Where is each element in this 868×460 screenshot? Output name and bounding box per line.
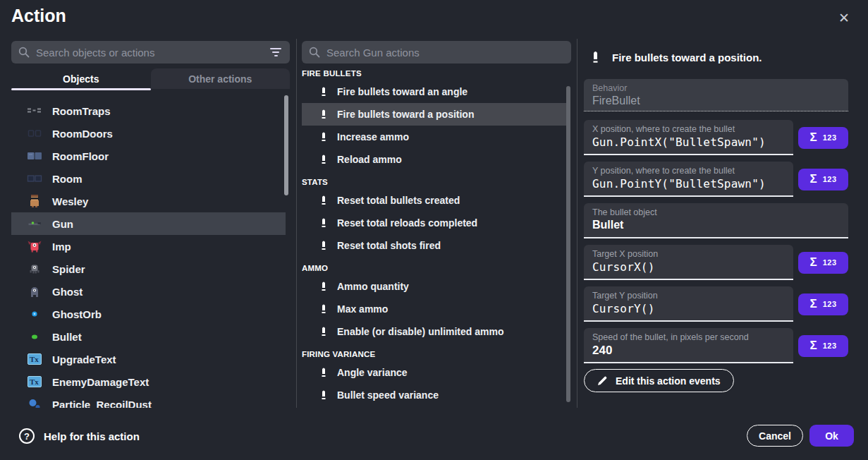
list-item-particle-recoildust[interactable]: Particle_RecoilDust xyxy=(11,393,286,408)
bullet-action-icon xyxy=(591,50,600,65)
bullet-action-icon xyxy=(320,389,327,401)
imp-icon xyxy=(27,238,42,254)
list-item-roomfloor[interactable]: RoomFloor xyxy=(11,145,286,167)
objects-search-box[interactable] xyxy=(11,41,290,63)
bullet-action-icon xyxy=(320,367,327,379)
action-item[interactable]: Reset total bullets created xyxy=(302,189,566,212)
expression-editor-button[interactable]: Σ 123 xyxy=(798,127,848,149)
param-field-speed[interactable]: Speed of the bullet, in pixels per secon… xyxy=(584,328,793,363)
bullet-action-icon xyxy=(320,195,327,207)
filter-icon[interactable] xyxy=(269,48,283,56)
ok-button[interactable]: Ok xyxy=(809,425,854,447)
expression-editor-button[interactable]: Σ 123 xyxy=(798,335,848,357)
ghostorb-icon xyxy=(27,306,42,322)
help-link[interactable]: ? Help for this action xyxy=(19,426,140,446)
actions-search-box[interactable] xyxy=(302,41,571,63)
pencil-icon xyxy=(597,375,608,386)
group-header: STATS xyxy=(302,178,566,186)
action-item[interactable]: Max ammo xyxy=(302,298,566,320)
action-item[interactable]: Reset total shots fired xyxy=(302,234,566,257)
panel-divider xyxy=(296,39,297,408)
group-header: AMMO xyxy=(302,264,566,272)
bullet-action-icon xyxy=(320,303,327,315)
bullet-action-icon xyxy=(320,240,327,252)
tab-other-actions[interactable]: Other actions xyxy=(151,68,291,89)
cancel-button[interactable]: Cancel xyxy=(747,425,803,447)
list-item-room[interactable]: Room xyxy=(11,167,286,190)
tab-objects[interactable]: Objects xyxy=(11,68,151,89)
list-item-ghost[interactable]: Ghost xyxy=(11,280,286,303)
active-tab-underline xyxy=(11,88,151,90)
particle-icon xyxy=(27,397,42,408)
objects-list-scrollbar[interactable] xyxy=(284,95,288,195)
spider-icon xyxy=(27,261,42,277)
expression-editor-button[interactable]: Σ 123 xyxy=(798,293,848,315)
param-field-bullet-object[interactable]: The bullet object Bullet xyxy=(584,203,848,238)
bullet-action-icon xyxy=(320,109,327,121)
edit-action-events-button[interactable]: Edit this action events xyxy=(584,369,734,392)
list-item-upgradetext[interactable]: Tx UpgradeText xyxy=(11,348,286,370)
list-item-ghostorb[interactable]: GhostOrb xyxy=(11,303,286,325)
action-item[interactable]: Reload ammo xyxy=(302,148,566,171)
svg-text:Tx: Tx xyxy=(30,377,39,386)
wesley-icon xyxy=(27,193,42,209)
close-icon[interactable]: ✕ xyxy=(836,10,852,27)
sigma-icon: Σ xyxy=(809,172,817,186)
text-object-icon: Tx xyxy=(27,374,42,389)
action-item[interactable]: Increase ammo xyxy=(302,126,566,148)
action-item[interactable]: Angle variance xyxy=(302,361,566,384)
sigma-icon: Σ xyxy=(809,297,817,311)
gun-icon xyxy=(27,216,42,231)
group-header: FIRE BULLETS xyxy=(302,69,566,78)
help-icon: ? xyxy=(19,428,35,444)
list-item-imp[interactable]: Imp xyxy=(11,235,286,258)
actions-list-scrollbar[interactable] xyxy=(566,86,570,402)
sigma-icon: Σ xyxy=(809,339,817,353)
sigma-icon: Σ xyxy=(809,255,817,270)
bullet-action-icon xyxy=(320,217,327,229)
roomdoors-icon xyxy=(27,126,42,141)
search-icon xyxy=(309,47,320,58)
list-item-roomdoors[interactable]: RoomDoors xyxy=(11,122,286,145)
bullet-action-icon xyxy=(320,86,327,98)
expression-editor-button[interactable]: Σ 123 xyxy=(798,169,848,190)
bullet-action-icon xyxy=(320,326,327,338)
action-item[interactable]: Enable (or disable) unlimited ammo xyxy=(302,320,566,343)
list-item-roomtraps[interactable]: RoomTraps xyxy=(11,99,286,122)
bullet-action-icon xyxy=(320,281,327,293)
param-field-x-position[interactable]: X position, where to create the bullet G… xyxy=(584,120,793,155)
ghost-icon xyxy=(27,284,42,299)
action-item-selected[interactable]: Fire bullets toward a position xyxy=(302,103,566,126)
action-item[interactable]: Reset total reloads completed xyxy=(302,212,566,234)
bullet-action-icon xyxy=(320,131,327,143)
text-object-icon: Tx xyxy=(27,351,42,367)
objects-search-input[interactable] xyxy=(36,47,262,59)
room-icon xyxy=(27,171,42,186)
panel-divider xyxy=(577,39,577,408)
actions-search-input[interactable] xyxy=(326,47,564,59)
dialog-title: Action xyxy=(11,6,66,26)
action-item[interactable]: Bullet speed variance xyxy=(302,384,566,406)
left-panel-tabs: Objects Other actions xyxy=(11,68,290,89)
expression-editor-button[interactable]: Σ 123 xyxy=(798,252,848,274)
list-item-gun[interactable]: Gun xyxy=(11,212,286,235)
behavior-field: Behavior FireBullet xyxy=(584,79,848,111)
param-field-target-y[interactable]: Target Y position CursorY() xyxy=(584,286,793,322)
svg-text:Tx: Tx xyxy=(30,355,39,363)
param-field-y-position[interactable]: Y position, where to create the bullet G… xyxy=(584,162,793,197)
actions-list: FIRE BULLETS Fire bullets toward an angl… xyxy=(302,63,566,408)
action-description: Fire bullets toward a position. xyxy=(584,47,848,68)
list-item-enemydamagetext[interactable]: Tx EnemyDamageText xyxy=(11,370,286,393)
list-item-wesley[interactable]: Wesley xyxy=(11,190,286,212)
action-item[interactable]: Ammo quantity xyxy=(302,275,566,298)
roomfloor-icon xyxy=(27,148,42,164)
param-field-target-x[interactable]: Target X position CursorX() xyxy=(584,245,793,280)
roomtraps-icon xyxy=(27,103,42,119)
list-item-bullet[interactable]: Bullet xyxy=(11,325,286,348)
action-item[interactable]: Fire bullets toward an angle xyxy=(302,80,566,103)
group-header: FIRING VARIANCE xyxy=(302,350,566,358)
list-item-spider[interactable]: Spider xyxy=(11,258,286,280)
bullet-action-icon xyxy=(320,154,327,166)
bullet-green-icon xyxy=(27,329,42,344)
objects-list: RoomTraps RoomDoors RoomFloor Room Wesle… xyxy=(11,94,286,408)
